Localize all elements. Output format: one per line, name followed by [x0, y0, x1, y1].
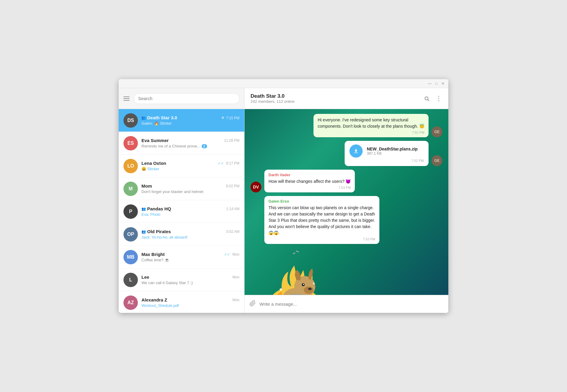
message-bubble-msg4: Galen ErsoThis version can blow up two p…: [264, 196, 379, 244]
message-bubble-msg3: Darth VaderHow will these changes affect…: [264, 170, 355, 192]
chat-item-mom[interactable]: MMom8:02 PMDon't forget your blaster and…: [119, 177, 244, 200]
chat-item-info: Eva Summer11:28 PMReminds me of a Chines…: [141, 138, 239, 148]
avatar-pandas-hq: P: [123, 204, 138, 219]
avatar-death-star: DS: [123, 113, 138, 128]
chat-item-lee[interactable]: LLeeMonWe can call it Galaxy Star 7 ;): [119, 269, 244, 291]
svg-rect-17: [296, 251, 299, 252]
avatar-eva-summer: ES: [123, 136, 138, 150]
chat-item-name: Lena Oxton: [141, 161, 166, 166]
search-chat-button[interactable]: [423, 95, 430, 102]
chat-item-name: Eva Summer: [141, 138, 169, 143]
chat-item-time: Mon: [233, 275, 239, 279]
chat-item-preview: We can call it Galaxy Star 7 ;): [141, 281, 239, 285]
file-size: 387.1 KB: [367, 151, 424, 156]
chat-item-name: Max Bright: [141, 252, 165, 257]
chat-item-name: 👥 Pandas HQ: [141, 206, 171, 211]
chat-item-time: 8:02 PM: [226, 184, 239, 188]
message-time: 7:53 PM: [269, 186, 351, 189]
chat-header: Death Star 3.0 242 members, 112 online ⋮: [245, 88, 448, 109]
svg-rect-16: [293, 252, 295, 254]
chat-title: Death Star 3.0: [251, 93, 295, 99]
svg-point-14: [280, 288, 282, 291]
download-button[interactable]: [349, 144, 363, 158]
chat-area: Death Star 3.0 242 members, 112 online ⋮…: [245, 88, 448, 313]
sticker-image: [264, 248, 336, 295]
chat-item-info: 👥 Pandas HQ1:14 AMEva: Photo: [141, 206, 239, 217]
chat-item-info: Max Bright✓✓ MonCoffee time? ☕: [141, 252, 239, 262]
chat-item-preview: Eva: Photo: [141, 212, 239, 217]
message-input[interactable]: [260, 301, 444, 307]
minimize-button[interactable]: —: [427, 81, 432, 86]
chat-item-time: Mon: [233, 298, 239, 302]
chat-item-time: ✓✓ Mon: [224, 252, 239, 257]
message-row-msg4: Galen ErsoThis version can blow up two p…: [251, 196, 442, 244]
chat-item-preview: Galen: 🔥 Sticker: [141, 121, 239, 126]
message-sender: Galen Erso: [269, 199, 375, 203]
svg-point-7: [304, 287, 313, 294]
chat-item-name: 👥 Old Pirates: [141, 229, 171, 234]
chat-item-preview: Coffee time? ☕: [141, 258, 239, 262]
chat-item-time: ✓✓ 9:17 PM: [218, 161, 239, 165]
message-sender: Darth Vader: [269, 173, 351, 177]
message-time: 7:52 PM: [349, 159, 424, 162]
chat-item-time: 11:28 PM: [224, 138, 239, 143]
chat-item-old-pirates[interactable]: OP👥 Old Pirates0:02 AMJack: Yo-ho-ho, al…: [119, 223, 244, 246]
message-avatar: DV: [251, 182, 261, 192]
chat-item-preview: Workout_Shedule.pdf: [141, 303, 239, 308]
chat-item-alexandra-z[interactable]: AZAlexandra ZMonWorkout_Shedule.pdf: [119, 291, 244, 313]
file-name: NEW_DeathStar.plans.zip: [367, 147, 424, 151]
messages-area: Hi everyone. I've redesigned some key st…: [245, 109, 448, 295]
chat-item-lena-oxton[interactable]: LOLena Oxton✓✓ 9:17 PM😀 Sticker: [119, 155, 244, 177]
svg-point-8: [308, 288, 312, 290]
maximize-button[interactable]: □: [434, 81, 439, 86]
message-time: 7:53 PM: [269, 237, 375, 241]
unread-badge: 2: [202, 144, 207, 148]
chat-item-name: 👥 Death Star 3.0: [141, 115, 177, 120]
avatar-lee: L: [123, 273, 138, 287]
svg-line-1: [428, 99, 429, 101]
input-area: [245, 295, 448, 313]
svg-point-15: [313, 283, 315, 284]
message-avatar: GE: [432, 126, 442, 137]
message-row-msg1: Hi everyone. I've redesigned some key st…: [251, 114, 442, 137]
chat-item-info: 👥 Death Star 3.0✈ 7:15 PMGalen: 🔥 Sticke…: [141, 115, 239, 126]
hamburger-menu-button[interactable]: [123, 97, 129, 101]
message-text: This version can blow up two planets on …: [269, 205, 375, 236]
chat-item-eva-summer[interactable]: ESEva Summer11:28 PMReminds me of a Chin…: [119, 132, 244, 155]
chat-item-info: Mom8:02 PMDon't forget your blaster and …: [141, 183, 239, 194]
chat-list: DS👥 Death Star 3.0✈ 7:15 PMGalen: 🔥 Stic…: [119, 109, 244, 313]
chat-item-preview: Jack: Yo-ho-ho, all aboard!: [141, 235, 239, 239]
avatar-max-bright: MB: [123, 250, 138, 264]
chat-item-time: 1:14 AM: [226, 207, 239, 211]
chat-item-name: Mom: [141, 183, 152, 189]
message-bubble-msg1: Hi everyone. I've redesigned some key st…: [313, 114, 429, 137]
chat-item-pandas-hq[interactable]: P👥 Pandas HQ1:14 AMEva: Photo: [119, 200, 244, 223]
message-time: 7:52 PM: [318, 131, 424, 134]
app-window: — □ ✕ DS👥 Death Star 3.0✈ 7:15 PMGalen: …: [119, 79, 448, 313]
main-area: DS👥 Death Star 3.0✈ 7:15 PMGalen: 🔥 Stic…: [119, 88, 448, 313]
avatar-old-pirates: OP: [123, 227, 138, 242]
chat-header-info: Death Star 3.0 242 members, 112 online: [251, 93, 295, 104]
chat-item-name: Alexandra Z: [141, 297, 167, 302]
message-row-msg3: DVDarth VaderHow will these changes affe…: [251, 170, 442, 192]
search-input[interactable]: [138, 96, 235, 101]
chat-item-info: LeeMonWe can call it Galaxy Star 7 ;): [141, 275, 239, 285]
chat-item-preview: Don't forget your blaster and helmet: [141, 189, 239, 194]
message-row-msg5: GE: [251, 248, 442, 295]
more-options-button[interactable]: ⋮: [435, 95, 442, 102]
title-bar: — □ ✕: [119, 79, 448, 88]
chat-item-preview: Reminds me of a Chinese prove...2: [141, 144, 239, 148]
chat-item-max-bright[interactable]: MBMax Bright✓✓ MonCoffee time? ☕: [119, 246, 244, 269]
attach-button[interactable]: [249, 300, 256, 308]
svg-point-10: [303, 284, 304, 285]
chat-item-info: Alexandra ZMonWorkout_Shedule.pdf: [141, 297, 239, 308]
chat-item-name: Lee: [141, 275, 149, 280]
message-avatar: GE: [432, 155, 442, 166]
chat-item-time: 0:02 AM: [226, 230, 239, 234]
chat-item-death-star[interactable]: DS👥 Death Star 3.0✈ 7:15 PMGalen: 🔥 Stic…: [119, 109, 244, 132]
close-button[interactable]: ✕: [441, 81, 445, 86]
search-box: [134, 93, 239, 104]
svg-rect-13: [290, 294, 302, 295]
message-text: How will these changes affect the users?…: [269, 178, 351, 185]
file-message-bubble: NEW_DeathStar.plans.zip387.1 KB7:52 PM: [345, 141, 429, 166]
